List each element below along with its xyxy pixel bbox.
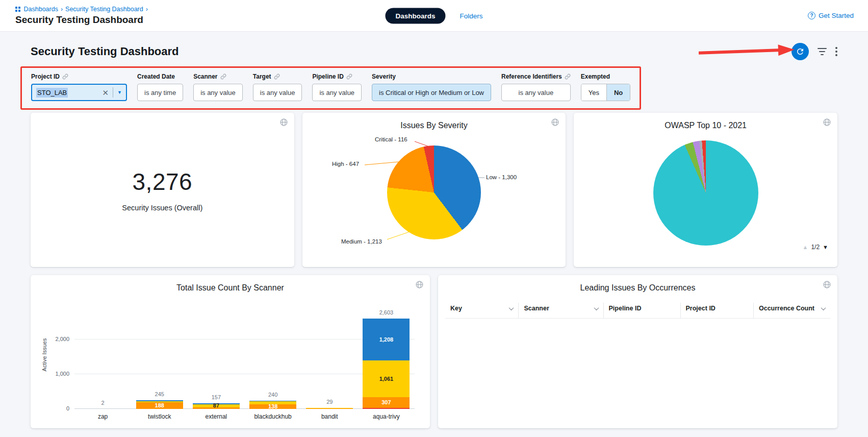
pie-label-high: High - 647 [332, 161, 359, 167]
globe-icon[interactable] [415, 280, 424, 290]
exempted-yes-button[interactable]: Yes [581, 84, 607, 101]
sort-chevron-icon [594, 305, 599, 310]
column-label: Scanner [524, 305, 549, 312]
target-filter-button[interactable]: is any value [253, 84, 302, 101]
filter-created-date: Created Date is any time [137, 73, 183, 101]
globe-icon[interactable] [823, 280, 831, 290]
y-tick-label: 1,000 [45, 371, 69, 377]
bar-twistlock[interactable]: 245188twistlock [131, 312, 188, 409]
breadcrumb-separator: › [146, 6, 148, 13]
bar-segment-high[interactable]: 138 [249, 404, 296, 409]
bar-stack: 138 [249, 401, 296, 409]
annotation-arrow [698, 43, 795, 60]
top-header: Dashboards › Security Testing Dashboard … [0, 0, 868, 32]
bar-segment-high[interactable]: 307 [363, 397, 410, 408]
bar-zap[interactable]: 2zap [74, 312, 131, 409]
filter-pipeline-id: Pipeline ID is any value [312, 73, 362, 101]
bar-segment-high[interactable]: 188 [136, 402, 183, 409]
bar-external[interactable]: 15787external [188, 312, 244, 409]
owasp-pie-area: ▲ 1/2 ▼ [574, 131, 837, 256]
bar-blackduckhub[interactable]: 240138blackduckhub [245, 312, 301, 409]
pipeline-id-filter-button[interactable]: is any value [312, 84, 362, 101]
project-id-value: STO_LAB [36, 88, 68, 98]
owasp-pie-chart[interactable] [653, 140, 758, 246]
project-id-filter-input[interactable]: STO_LAB ✕ ▼ [31, 84, 127, 101]
severity-pie-chart[interactable] [387, 145, 481, 239]
overall-issues-caption: Security Issues (Overall) [122, 204, 202, 212]
column-header-pipeline-id: Pipeline ID [603, 303, 680, 318]
tile-issues-by-severity: Issues By Severity Critical - 116 High -… [302, 113, 566, 267]
refresh-button[interactable] [792, 43, 809, 60]
dropdown-caret-icon[interactable]: ▼ [117, 90, 122, 95]
sort-chevron-icon [821, 305, 826, 310]
tile-title: Total Issue Count By Scanner [31, 283, 430, 293]
get-started-label: Get Started [819, 12, 854, 19]
tile-title: Issues By Severity [302, 121, 566, 130]
x-axis-label: external [206, 413, 227, 420]
scanner-filter-button[interactable]: is any value [193, 84, 243, 101]
column-header-scanner[interactable]: Scanner [518, 303, 603, 318]
reference-identifiers-filter-button[interactable]: is any value [501, 84, 571, 101]
dashboard-content: Security Testing Dashboard Project ID [0, 32, 868, 428]
column-label: Occurrence Count [759, 305, 814, 312]
filter-label: Exempted [581, 73, 610, 80]
tile-security-issues-overall: 3,276 Security Issues (Overall) [31, 113, 294, 267]
bar-segment-medium[interactable]: 1,061 [363, 360, 410, 397]
bar-segment-low[interactable]: 1,208 [363, 319, 410, 360]
column-header-project-id: Project ID [680, 303, 753, 318]
clear-icon[interactable]: ✕ [103, 89, 109, 96]
y-tick-label: 2,000 [45, 336, 69, 342]
bar-segment-high[interactable] [193, 407, 240, 409]
refresh-icon [796, 47, 805, 56]
filter-bar: Project ID STO_LAB ✕ ▼ Created Date is a… [31, 73, 630, 101]
filter-icon-button[interactable] [817, 47, 827, 56]
bar-aqua-trivy[interactable]: 2,6031,2081,061307aqua-trivy [358, 312, 415, 409]
bar-stack: 1,2081,061307 [363, 319, 410, 409]
header-tabs: Dashboards Folders [385, 8, 482, 23]
breadcrumb-current[interactable]: Security Testing Dashboard [65, 6, 143, 13]
severity-pie-area: Critical - 116 High - 647 Medium - 1,213… [327, 132, 541, 254]
filter-label: Severity [372, 73, 396, 80]
bar-chart-plot: 01,0002,000 2zap245188twistlock15787exte… [74, 312, 415, 409]
tile-title: OWASP Top 10 - 2021 [574, 121, 837, 130]
exempted-no-button[interactable]: No [607, 84, 630, 101]
column-header-key[interactable]: Key [445, 303, 518, 318]
tile-owasp-top-10: OWASP Top 10 - 2021 ▲ 1/2 ▼ [574, 113, 837, 267]
input-divider [113, 87, 113, 98]
more-options-button[interactable] [835, 47, 837, 56]
column-label: Pipeline ID [609, 305, 642, 312]
filter-project-id: Project ID STO_LAB ✕ ▼ [31, 73, 127, 101]
column-header-occurrence-count[interactable]: Occurrence Count [753, 303, 830, 318]
dashboard-title: Security Testing Dashboard [31, 45, 179, 58]
severity-filter-button[interactable]: is Critical or High or Medium or Low [372, 84, 491, 101]
filter-label: Created Date [137, 73, 175, 80]
bar-bandit[interactable]: 29bandit [301, 312, 358, 409]
page-down-icon[interactable]: ▼ [823, 244, 828, 250]
globe-icon[interactable] [551, 118, 559, 128]
tab-dashboards[interactable]: Dashboards [385, 8, 445, 23]
bar-total-label: 2 [101, 400, 105, 406]
table-header-row: KeyScannerPipeline IDProject IDOccurrenc… [445, 303, 830, 319]
tile-total-issue-count-by-scanner: Total Issue Count By Scanner Active Issu… [31, 275, 430, 428]
x-axis-label: zap [98, 413, 108, 420]
breadcrumb-dashboards[interactable]: Dashboards [24, 6, 58, 13]
bar-segment-high[interactable] [306, 408, 353, 409]
filter-label: Reference Identifiers [501, 73, 562, 80]
x-axis-label: aqua-trivy [373, 413, 400, 420]
created-date-filter-button[interactable]: is any time [137, 84, 183, 101]
bar-segment-critical[interactable] [363, 408, 410, 409]
dashboard-header: Security Testing Dashboard [31, 43, 837, 60]
header-left: Dashboards › Security Testing Dashboard … [15, 6, 148, 26]
globe-icon[interactable] [279, 118, 288, 128]
globe-icon[interactable] [823, 118, 831, 128]
bar-total-label: 29 [326, 399, 333, 405]
filter-label: Target [253, 73, 271, 80]
filter-severity: Severity is Critical or High or Medium o… [372, 73, 491, 101]
get-started-link[interactable]: ? Get Started [808, 12, 854, 19]
link-icon [62, 74, 68, 80]
page-indicator: 1/2 [811, 244, 820, 251]
filter-label: Scanner [193, 73, 217, 80]
page-up-icon[interactable]: ▲ [803, 244, 808, 250]
exempted-toggle: Yes No [581, 84, 631, 101]
tab-folders[interactable]: Folders [460, 12, 483, 19]
